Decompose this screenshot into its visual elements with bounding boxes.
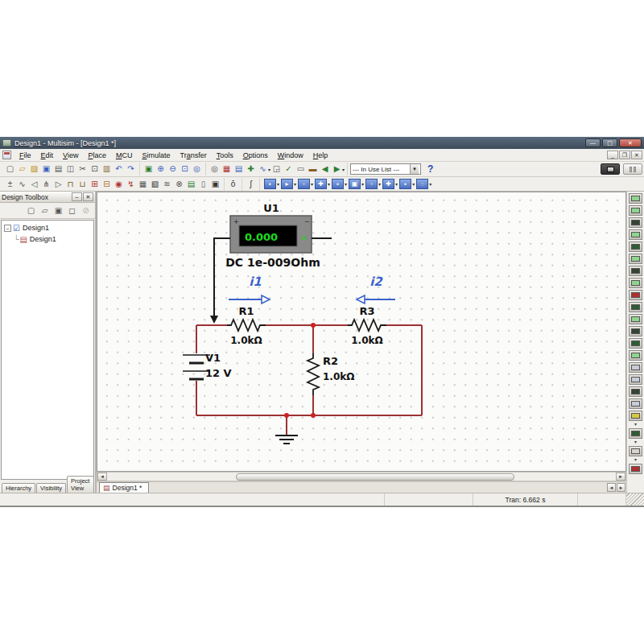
close-button[interactable]: ✕ [619,138,642,147]
scrollbar-thumb[interactable] [236,473,514,481]
menu-options[interactable]: Options [238,150,273,161]
measurement-probe-icon[interactable] [629,464,642,474]
database-manager-icon[interactable]: ▤ [233,163,245,175]
basic-family-button[interactable]: ▸▾ [281,179,296,189]
save-document-icon[interactable]: ▣ [52,204,64,217]
menu-place[interactable]: Place [83,150,111,161]
resistor-r3-value[interactable]: 1.0kΩ [351,335,382,346]
help-button[interactable]: ? [423,163,437,175]
function-generator-icon[interactable] [629,205,642,216]
resistor-r1-ref[interactable]: R1 [238,305,254,317]
rated-family-button[interactable]: ✚▾ [382,179,398,189]
place-advanced-peripherals-icon[interactable]: ▧ [149,179,161,190]
wattmeter-icon[interactable] [629,217,642,228]
place-misc-digital-icon[interactable]: ⊞ [89,179,101,190]
resistor-r1-symbol[interactable] [227,320,266,331]
tab-scroll-left-icon[interactable]: ◄ [607,483,616,492]
signal-source-family-button[interactable]: ▪▾ [399,179,415,189]
tree-child-label[interactable]: Design1 [30,235,56,243]
zoom-fit-icon[interactable]: ◎ [191,163,203,175]
horizontal-scrollbar[interactable]: ◄ ► [97,472,626,481]
frequency-counter-icon[interactable] [629,266,642,276]
panel-close-button[interactable]: ✕ [83,192,93,201]
maximize-button[interactable]: ▢ [602,138,617,147]
menu-simulate[interactable]: Simulate [137,150,175,161]
place-ladder-rungs-icon[interactable]: ō [227,179,239,190]
mdi-minimize-button[interactable]: _ [607,151,618,159]
breadboard-icon[interactable]: ▬ [307,163,319,175]
chevron-down-icon[interactable]: ▾ [395,181,398,187]
chevron-down-icon[interactable]: ▾ [429,181,431,187]
menu-view[interactable]: View [58,150,83,161]
tab-design1[interactable]: ▤ Design1 * [99,482,149,493]
spectrum-analyzer-icon[interactable] [629,338,642,349]
grapher-icon[interactable]: ∿ [257,163,269,175]
menu-tools[interactable]: Tools [212,150,238,161]
chevron-down-icon[interactable]: ▾ [277,181,279,187]
oscilloscope-icon[interactable] [629,229,642,240]
new-file-icon[interactable]: ▢ [4,163,16,175]
place-cmos-icon[interactable]: ⊔ [76,179,89,190]
current-i2-arrow[interactable] [357,295,395,303]
ni-elvis-instruments-icon[interactable] [629,428,642,439]
ammeter-mode-label[interactable]: DC 1e-009Ohm [225,256,320,269]
tree-root-row[interactable]: – ☑ Design1 [2,222,93,233]
probe-wire-left[interactable] [214,238,230,316]
measurement-family-button[interactable]: ▪▾ [332,179,347,189]
place-rf-icon[interactable]: ≋ [161,179,173,190]
place-indicator-icon[interactable]: ◉ [113,179,125,190]
agilent-multimeter-icon[interactable] [629,374,642,385]
new-schematic-icon[interactable]: ▢ [25,204,37,217]
mdi-document-icon[interactable] [2,151,11,159]
place-basic-icon[interactable]: ∿ [16,179,28,190]
power-source-family-button[interactable]: ▫▾ [365,179,381,189]
tab-hierarchy[interactable]: Hierarchy [2,483,35,493]
agilent-oscilloscope-icon[interactable] [629,386,642,397]
component-wizard-icon[interactable]: ✚ [245,163,257,175]
mdi-restore-button[interactable]: ❐ [619,151,630,159]
labview-instruments-icon[interactable] [629,411,642,421]
ammeter-symbol[interactable]: 0.000 ∧ + − [230,216,312,253]
resistor-r2-value[interactable]: 1.0kΩ [323,371,354,382]
chevron-down-icon[interactable]: ▾ [342,167,345,172]
open-file-icon[interactable]: ▱ [16,163,28,175]
current-i2-label[interactable]: i2 [369,275,383,289]
save-icon[interactable]: ▣ [40,163,52,175]
spreadsheet-view-icon[interactable]: ▦ [221,163,233,175]
menu-window[interactable]: Window [273,150,308,161]
current-i1-label[interactable]: i1 [249,275,262,289]
zoom-out-icon[interactable]: ⊖ [167,163,179,175]
place-transistor-icon[interactable]: ⋔ [40,179,52,190]
chevron-down-icon[interactable]: ▾ [294,181,296,187]
tree-root-label[interactable]: Design1 [23,224,49,232]
delete-document-icon[interactable]: ⊘ [80,204,92,217]
scroll-right-icon[interactable]: ► [616,473,625,481]
transistor-family-button[interactable]: ✚▾ [315,179,330,189]
place-source-icon[interactable]: ± [4,179,16,190]
open-document-icon[interactable]: ▱ [39,204,51,217]
chevron-down-icon[interactable]: ▾ [345,181,347,187]
redo-icon[interactable]: ↷ [125,163,137,175]
place-connector-icon[interactable]: ▯ [197,179,209,190]
chevron-down-icon[interactable]: ▾ [311,181,313,187]
chevron-down-icon[interactable]: ▾ [634,457,637,462]
menu-edit[interactable]: Edit [36,150,59,161]
virtual-3d-family-button[interactable]: ◌▾ [416,179,431,189]
capture-area-icon[interactable]: ▭ [295,163,307,175]
chevron-down-icon[interactable]: ▾ [378,181,381,187]
fullscreen-icon[interactable]: ▣ [142,163,155,175]
multimeter-icon[interactable] [629,193,642,204]
place-diode-icon[interactable]: ◁ [28,179,40,190]
electrical-rules-check-icon[interactable]: ✓ [283,163,295,175]
panel-minimize-button[interactable]: – [72,192,82,201]
iv-analyzer-icon[interactable] [629,314,642,324]
tab-scroll-right-icon[interactable]: ► [617,483,625,492]
place-electromechanical-icon[interactable]: ⊗ [173,179,185,190]
postprocessor-icon[interactable]: ◲ [270,163,283,175]
tab-project-view[interactable]: Project View [67,476,94,493]
print-preview-icon[interactable]: ◫ [64,163,76,175]
open-sample-icon[interactable]: ▨ [28,163,40,175]
chevron-down-icon[interactable]: ▾ [361,181,364,187]
menu-help[interactable]: Help [308,150,333,161]
agilent-function-generator-icon[interactable] [629,362,642,373]
